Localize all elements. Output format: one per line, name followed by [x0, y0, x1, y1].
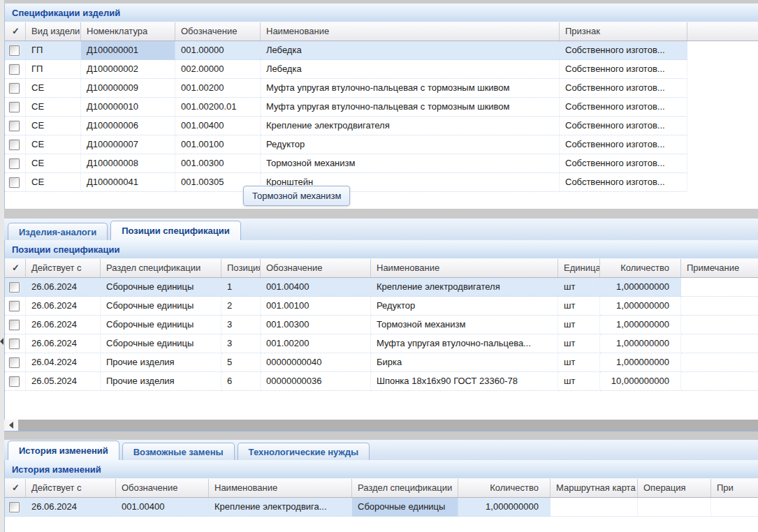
table-row[interactable]: 26.06.2024Сборочные единицы2001.00100Ред… [5, 297, 758, 316]
column-header-product-type[interactable]: Вид издели [26, 22, 81, 40]
cell-pos[interactable]: 5 [221, 353, 261, 372]
cell-prim[interactable] [681, 297, 758, 316]
column-header-quantity[interactable]: Количество [458, 479, 551, 497]
cell-prim[interactable] [681, 353, 758, 372]
cell-date[interactable]: 26.05.2024 [26, 372, 101, 391]
cell-name[interactable]: Редуктор [261, 135, 560, 154]
column-header-name[interactable]: Наименование [261, 22, 560, 40]
select-all-header[interactable]: ✓ [5, 22, 26, 40]
row-checkbox[interactable] [9, 376, 20, 387]
cell-priznak[interactable]: Собственного изготов... [560, 41, 687, 60]
cell-edin[interactable]: шт [558, 297, 600, 316]
cell-kol[interactable]: 10,000000000 [600, 372, 681, 391]
cell-priznak[interactable]: Собственного изготов... [560, 60, 687, 79]
cell-obozn[interactable]: 001.00000 [175, 41, 261, 60]
cell-prim[interactable] [681, 372, 758, 391]
table-row[interactable]: СЕД100000007001.00100РедукторСобственног… [5, 135, 687, 154]
cell-nom[interactable]: Д100000001 [81, 41, 175, 60]
cell-vid[interactable]: ГП [26, 60, 81, 79]
cell-obozn[interactable]: 001.00200 [261, 334, 371, 353]
cell-pos[interactable]: 6 [221, 372, 261, 391]
cell-date[interactable]: 26.06.2024 [26, 297, 101, 316]
cell-edin[interactable]: шт [558, 316, 600, 334]
column-header-spec-section[interactable]: Раздел спецификации [101, 259, 221, 277]
column-header-name[interactable]: Наименование [371, 259, 558, 277]
cell-nom[interactable]: Д100000006 [81, 117, 175, 135]
cell-kol[interactable]: 1,000000000 [458, 498, 551, 517]
cell-obozn[interactable]: 001.00100 [175, 135, 261, 154]
cell-pos[interactable]: 1 [221, 278, 261, 297]
column-header-valid-from[interactable]: Действует с [26, 259, 101, 277]
cell-prim[interactable] [681, 334, 758, 353]
row-checkbox[interactable] [9, 121, 20, 131]
cell-pos[interactable]: 3 [221, 316, 261, 334]
cell-name[interactable]: Лебедка [261, 41, 560, 60]
cell-date[interactable]: 26.06.2024 [26, 316, 101, 334]
column-header-unit[interactable]: Единица [558, 259, 600, 277]
cell-priznak[interactable]: Собственного изготов... [560, 135, 687, 154]
cell-nom[interactable]: Д100000008 [81, 154, 175, 173]
tab-tekhnologicheskie-nuzhdy[interactable]: Технологические нужды [238, 443, 370, 460]
cell-obozn[interactable]: 001.00300 [175, 154, 261, 173]
cell-name[interactable]: Тормозной механизм [261, 154, 560, 173]
cell-priznak[interactable]: Собственного изготов... [560, 98, 687, 117]
row-checkbox[interactable] [9, 177, 20, 188]
table-row[interactable]: 26.06.2024001.00400Крепление электродвиг… [5, 498, 758, 517]
row-checkbox[interactable] [9, 83, 20, 94]
cell-razdel[interactable]: Прочие изделия [101, 372, 221, 391]
cell-obozn[interactable]: 001.00400 [116, 498, 209, 517]
tab-istoriya-izmeneniy[interactable]: История изменений [8, 441, 119, 460]
cell-edin[interactable]: шт [558, 353, 600, 372]
column-header-designation[interactable]: Обозначение [175, 22, 261, 40]
column-header-spec-section[interactable]: Раздел спецификации [352, 479, 458, 497]
table-row[interactable]: 26.06.2024Сборочные единицы3001.00300Тор… [5, 316, 758, 334]
row-checkbox[interactable] [9, 339, 20, 349]
cell-prim[interactable] [681, 316, 758, 334]
cell-nom[interactable]: Д100000041 [81, 173, 175, 192]
cell-vid[interactable]: СЕ [26, 98, 81, 117]
table-row[interactable]: СЕД100000008001.00300Тормозной механизмС… [5, 154, 687, 173]
cell-edin[interactable]: шт [558, 278, 600, 297]
cell-prim[interactable] [711, 498, 758, 517]
select-all-header[interactable]: ✓ [5, 259, 26, 277]
cell-priznak[interactable]: Собственного изготов... [560, 173, 687, 192]
cell-vid[interactable]: СЕ [26, 79, 81, 98]
table-row[interactable]: 26.05.2024Прочие изделия600000000036Шпон… [5, 372, 758, 391]
row-checkbox[interactable] [9, 357, 20, 368]
cell-name[interactable]: Крепление электродвига... [209, 498, 352, 517]
cell-vid[interactable]: СЕ [26, 173, 81, 192]
table-row[interactable]: ГПД100000001001.00000ЛебедкаСобственного… [5, 41, 687, 60]
cell-name[interactable]: Тормозной механизм [371, 316, 558, 334]
row-checkbox[interactable] [9, 45, 20, 56]
cell-name[interactable]: Муфта упругая втулочно-пальцевая с тормо… [261, 98, 560, 117]
column-header-operation[interactable]: Операция [638, 479, 711, 497]
row-checkbox[interactable] [9, 158, 20, 169]
table-row[interactable]: ГПД100000002002.00000ЛебедкаСобственного… [5, 60, 687, 79]
cell-name[interactable]: Муфта упругая втулочно-пальцева... [371, 334, 558, 353]
scrollbar-thumb[interactable] [18, 420, 758, 431]
table-row[interactable]: 26.06.2024Сборочные единицы3001.00200Муф… [5, 334, 758, 353]
cell-date[interactable]: 26.06.2024 [26, 278, 101, 297]
cell-name[interactable]: Лебедка [261, 60, 560, 79]
cell-kol[interactable]: 1,000000000 [600, 334, 681, 353]
cell-obozn[interactable]: 001.00300 [261, 316, 371, 334]
cell-kol[interactable]: 1,000000000 [600, 316, 681, 334]
cell-name[interactable]: Редуктор [371, 297, 558, 316]
cell-pos[interactable]: 3 [221, 334, 261, 353]
cell-priznak[interactable]: Собственного изготов... [560, 117, 687, 135]
row-checkbox[interactable] [9, 502, 20, 512]
cell-kol[interactable]: 1,000000000 [600, 353, 681, 372]
column-header-quantity[interactable]: Количество [600, 259, 681, 277]
select-all-header[interactable]: ✓ [5, 479, 26, 497]
cell-obozn[interactable]: 001.00400 [175, 117, 261, 135]
cell-kol[interactable]: 1,000000000 [600, 278, 681, 297]
cell-name[interactable]: Крепление электродвигателя [371, 278, 558, 297]
cell-name[interactable]: Бирка [371, 353, 558, 372]
row-checkbox[interactable] [9, 320, 20, 330]
cell-nom[interactable]: Д100000010 [81, 98, 175, 117]
column-header-designation[interactable]: Обозначение [116, 479, 209, 497]
cell-obozn[interactable]: 00000000036 [261, 372, 371, 391]
cell-razdel[interactable]: Сборочные единицы [352, 498, 458, 517]
cell-obozn[interactable]: 001.00200 [175, 79, 261, 98]
table-row[interactable]: СЕД100000010001.00200.01Муфта упругая вт… [5, 98, 687, 117]
